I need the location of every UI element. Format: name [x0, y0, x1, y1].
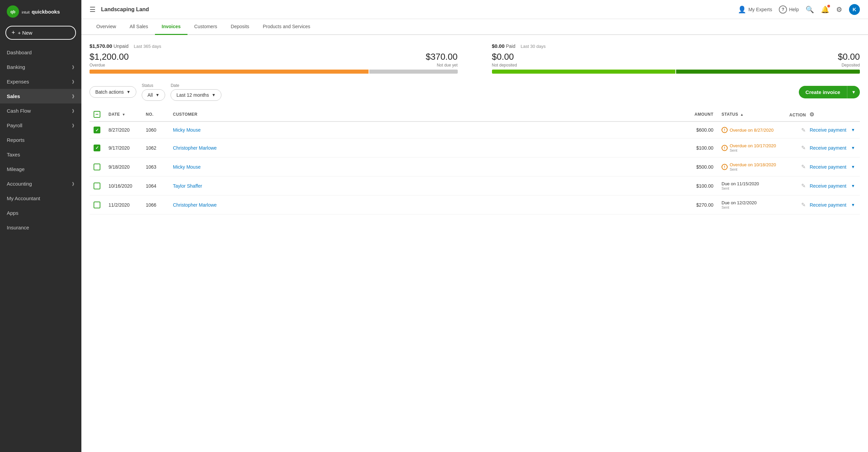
help-button[interactable]: ? Help	[779, 5, 799, 14]
amount-column-header[interactable]: AMOUNT	[684, 108, 717, 121]
sidebar-item-reports[interactable]: Reports	[0, 133, 81, 147]
sidebar-item-dashboard[interactable]: Dashboard	[0, 45, 81, 60]
row-checkbox-cell	[90, 157, 104, 176]
sidebar-item-label: Payroll	[7, 123, 22, 128]
due-status: Due on 12/2/2020 Sent	[722, 200, 781, 209]
receive-payment-caret-button[interactable]: ▼	[850, 146, 856, 150]
sidebar-item-taxes[interactable]: Taxes	[0, 147, 81, 162]
sidebar-item-accounting[interactable]: Accounting❱	[0, 176, 81, 191]
deposited-bar-segment	[676, 70, 860, 74]
overdue-label: Overdue	[90, 63, 129, 68]
new-button[interactable]: + + New	[5, 26, 76, 40]
tab-all-sales[interactable]: All Sales	[123, 19, 155, 35]
receive-payment-caret-button[interactable]: ▼	[850, 128, 856, 132]
sidebar-item-my-accountant[interactable]: My Accountant	[0, 191, 81, 206]
nav-menu: DashboardBanking❱Expenses❱Sales❱Cash Flo…	[0, 45, 81, 235]
sidebar-item-expenses[interactable]: Expenses❱	[0, 74, 81, 89]
row-customer[interactable]: Micky Mouse	[169, 157, 684, 176]
create-invoice-caret-button[interactable]: ▼	[847, 86, 860, 98]
row-checkbox[interactable]	[94, 202, 100, 208]
customer-column-header[interactable]: CUSTOMER	[169, 108, 684, 121]
deposited-label: Deposited	[838, 63, 860, 68]
receive-payment-caret-button[interactable]: ▼	[850, 165, 856, 169]
receive-payment-button[interactable]: Receive payment	[810, 127, 846, 133]
qb-brand-text: intuit quickbooks	[22, 9, 60, 15]
table-settings-icon[interactable]: ⚙	[809, 112, 814, 117]
row-customer[interactable]: Christopher Marlowe	[169, 138, 684, 157]
search-icon: 🔍	[806, 6, 814, 13]
row-checkbox[interactable]	[94, 183, 100, 189]
edit-icon[interactable]: ✎	[801, 183, 806, 189]
row-date: 8/27/2020	[104, 121, 142, 138]
search-button[interactable]: 🔍	[806, 5, 814, 14]
tabs-bar: OverviewAll SalesInvoicesCustomersDeposi…	[81, 19, 868, 35]
sidebar-item-banking[interactable]: Banking❱	[0, 60, 81, 74]
experts-icon: 👤	[738, 5, 746, 14]
row-action: ✎ Receive payment ▼	[785, 195, 860, 214]
edit-icon[interactable]: ✎	[801, 127, 806, 133]
receive-payment-caret-button[interactable]: ▼	[850, 203, 856, 207]
status-text: Overdue on 10/17/2020	[730, 143, 776, 148]
edit-icon[interactable]: ✎	[801, 145, 806, 151]
tab-invoices[interactable]: Invoices	[155, 19, 188, 35]
select-all-checkbox[interactable]: −	[94, 111, 100, 118]
help-icon: ?	[779, 5, 787, 14]
sidebar-item-mileage[interactable]: Mileage	[0, 162, 81, 176]
date-dropdown[interactable]: Last 12 months ▼	[171, 89, 221, 101]
sidebar-item-payroll[interactable]: Payroll❱	[0, 118, 81, 133]
status-dropdown[interactable]: All ▼	[142, 89, 165, 101]
my-experts-button[interactable]: 👤 My Experts	[738, 5, 772, 14]
sidebar-item-cashflow[interactable]: Cash Flow❱	[0, 103, 81, 118]
unpaid-period: Last 365 days	[134, 44, 161, 49]
sidebar-item-label: Accounting	[7, 181, 32, 187]
notdue-label: Not due yet	[426, 63, 458, 68]
row-checkbox[interactable]	[94, 164, 100, 170]
row-checkbox[interactable]: ✓	[94, 145, 100, 151]
user-avatar[interactable]: K	[849, 4, 860, 15]
sidebar-item-insurance[interactable]: Insurance	[0, 220, 81, 235]
receive-payment-button[interactable]: Receive payment	[810, 145, 846, 151]
tab-customers[interactable]: Customers	[188, 19, 224, 35]
status-header-label: STATUS	[722, 112, 738, 117]
no-column-header[interactable]: NO.	[142, 108, 169, 121]
sidebar-item-apps[interactable]: Apps	[0, 206, 81, 220]
receive-payment-button[interactable]: Receive payment	[810, 164, 846, 170]
batch-actions-dropdown[interactable]: Batch actions ▼	[90, 86, 136, 98]
row-amount: $100.00	[684, 138, 717, 157]
action-column-header: ACTION ⚙	[785, 108, 860, 121]
row-status: ! Overdue on 10/18/2020 Sent	[717, 157, 785, 176]
row-customer[interactable]: Christopher Marlowe	[169, 195, 684, 214]
select-all-header[interactable]: −	[90, 108, 104, 121]
date-column-header[interactable]: DATE ▼	[104, 108, 142, 121]
chevron-right-icon: ❱	[72, 182, 75, 186]
status-column-header[interactable]: STATUS ▲	[717, 108, 785, 121]
tab-overview[interactable]: Overview	[90, 19, 123, 35]
row-checkbox[interactable]: ✓	[94, 127, 100, 133]
gear-icon: ⚙	[836, 6, 842, 13]
table-row: 10/16/2020 1064 Taylor Shaffer $100.00 D…	[90, 176, 860, 195]
status-sub: Sent	[722, 205, 781, 209]
tab-deposits[interactable]: Deposits	[224, 19, 256, 35]
tab-products-services[interactable]: Products and Services	[256, 19, 317, 35]
date-filter-group: Date Last 12 months ▼	[171, 83, 221, 101]
edit-icon[interactable]: ✎	[801, 164, 806, 170]
notdue-amount: $370.00	[426, 52, 458, 62]
receive-payment-button[interactable]: Receive payment	[810, 183, 846, 189]
create-invoice-button[interactable]: Create invoice	[799, 86, 847, 98]
settings-button[interactable]: ⚙	[836, 5, 842, 14]
receive-payment-caret-button[interactable]: ▼	[850, 184, 856, 188]
row-checkbox-cell: ✓	[90, 138, 104, 157]
row-action: ✎ Receive payment ▼	[785, 138, 860, 157]
action-buttons: ✎ Receive payment ▼	[789, 164, 856, 170]
status-sort-icon: ▲	[740, 113, 744, 116]
sidebar-item-sales[interactable]: Sales❱	[0, 89, 81, 103]
row-customer[interactable]: Micky Mouse	[169, 121, 684, 138]
notifications-button[interactable]: 🔔	[821, 5, 829, 14]
edit-icon[interactable]: ✎	[801, 202, 806, 208]
hamburger-icon[interactable]: ☰	[90, 5, 96, 14]
notdue-bar-segment	[369, 70, 457, 74]
date-chevron-icon: ▼	[212, 93, 216, 97]
receive-payment-button[interactable]: Receive payment	[810, 202, 846, 208]
row-customer[interactable]: Taylor Shaffer	[169, 176, 684, 195]
table-row: 9/18/2020 1063 Micky Mouse $500.00 ! Ove…	[90, 157, 860, 176]
